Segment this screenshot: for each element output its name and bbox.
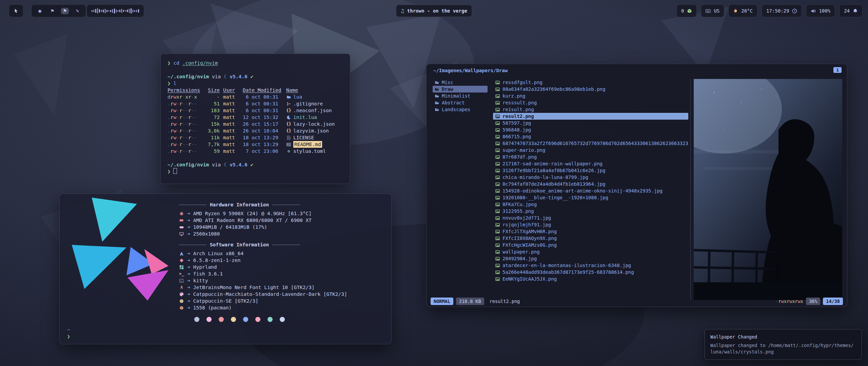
file-manager-window[interactable]: ~/Imagenes/Wallpapers/Draw 1 Misc Draw M… bbox=[426, 64, 847, 307]
file-item[interactable]: resssult.png bbox=[493, 99, 688, 106]
file-item[interactable]: 866715.png bbox=[493, 133, 688, 140]
arrow-icon: ➜ bbox=[187, 285, 190, 290]
file-item[interactable]: EeNKYgIUcAAJ5JX.png bbox=[493, 276, 688, 282]
terminal-input-line[interactable]: ❯ bbox=[167, 168, 343, 175]
file-item[interactable]: 0c794faf07de24a4db4d4fb1eb813964.jpg bbox=[493, 181, 688, 187]
workspace-icon[interactable]: ✎ bbox=[74, 8, 81, 14]
updates-module[interactable]: 0 bbox=[676, 4, 697, 17]
info-text: AMD ATI Radeon RX 6800/6800 XT / 6900 XT bbox=[193, 218, 312, 223]
file-date: 6 oct 00:31 bbox=[243, 107, 283, 114]
workspace-icon[interactable]: ⚑ bbox=[61, 8, 69, 14]
file-item[interactable]: re1sult.png bbox=[493, 106, 688, 113]
temperature-module[interactable]: 26°C bbox=[728, 4, 757, 17]
clock-module[interactable]: 17:50:29 bbox=[762, 4, 802, 17]
file-item[interactable]: rsjqojlmjhf91.jpg bbox=[493, 221, 688, 228]
software-icon bbox=[179, 258, 184, 263]
file-item[interactable]: 08a634fa02a32364f69ebc86a98eb1eb.png bbox=[493, 86, 688, 93]
visualizer-bar bbox=[125, 10, 126, 12]
file-item[interactable]: 5a266e448add93deab367d87173e9f25-6837886… bbox=[493, 269, 688, 276]
file-item[interactable]: 596848.jpg bbox=[493, 126, 688, 133]
media-title: thrown - on the verge bbox=[407, 8, 467, 14]
file-date: 6 oct 00:31 bbox=[243, 94, 283, 100]
file-name: 19201080-__blue-tinge__-1920×1080.jpg bbox=[502, 195, 608, 200]
file-item[interactable]: result2.png bbox=[493, 113, 688, 120]
pane-divider bbox=[690, 79, 691, 299]
file-item[interactable]: atardecer-en-la-montanas-ilustracion-634… bbox=[493, 262, 688, 269]
file-owner: matt bbox=[223, 141, 239, 148]
image-file-icon bbox=[495, 155, 500, 159]
image-file-icon bbox=[495, 87, 500, 92]
file-item[interactable]: FXfcHgcWIAMzs0G.png bbox=[493, 242, 688, 248]
workspace-switcher: ◉ ⚑ ⚑ ✎ bbox=[31, 4, 86, 17]
visualizer-bar bbox=[95, 9, 96, 13]
file-item[interactable]: FXfcII0X0AQyn9X.png bbox=[493, 235, 688, 242]
notification-body: Wallpaper changed to /home/matt/.config/… bbox=[710, 342, 856, 355]
directory-item[interactable]: Abstract bbox=[433, 99, 488, 106]
keyboard-layout-module[interactable]: US bbox=[701, 4, 724, 17]
notification-toast[interactable]: Wallpaper Changed Wallpaper changed to /… bbox=[705, 329, 862, 360]
file-item[interactable]: super-mario.png bbox=[493, 147, 688, 154]
directory-name: Landscapes bbox=[442, 107, 470, 112]
image-file-icon bbox=[495, 270, 500, 274]
file-size: 7,7k bbox=[205, 141, 220, 148]
file-name: 154928-odinokoe_anime-art-anime-okno-sin… bbox=[502, 188, 663, 194]
notifications-module[interactable]: 24 bbox=[839, 4, 863, 17]
directory-item[interactable]: Draw bbox=[433, 86, 488, 93]
fetch-window[interactable]: Hardware Information ➜ AMD Ryzen 9 5900X… bbox=[59, 194, 392, 344]
workspace-icon[interactable]: ◉ bbox=[36, 8, 44, 14]
permissions: .rw-r--r-- bbox=[167, 114, 201, 121]
file-item[interactable]: nnvuv0xj2df71.jpg bbox=[493, 215, 688, 221]
file-size: 183 bbox=[205, 107, 220, 114]
file-item[interactable]: 587597.jpg bbox=[493, 120, 688, 126]
file-item[interactable]: 87r687df.png bbox=[493, 154, 688, 160]
filetype-icon: {} bbox=[286, 122, 291, 126]
image-file-icon bbox=[495, 202, 500, 207]
flame-icon bbox=[733, 8, 738, 14]
info-text: 1558 (pacman) bbox=[193, 305, 232, 310]
file-item[interactable]: FXfcJlTXgAMvH6R.png bbox=[493, 228, 688, 235]
tab-indicator[interactable]: 1 bbox=[833, 67, 842, 73]
file-name: resssult.png bbox=[502, 100, 537, 105]
info-text: 868x366 bbox=[193, 231, 220, 237]
visualizer-bar bbox=[99, 9, 100, 13]
directory-item[interactable]: Misc bbox=[433, 79, 488, 86]
file-item[interactable]: 20492984.jpg bbox=[493, 255, 688, 262]
file-name: 3122955.png bbox=[502, 208, 534, 214]
file-item[interactable]: 3126f7e9bbf21a8a4af0b67b041c6e26.jpg bbox=[493, 167, 688, 174]
file-item[interactable]: 68747470733a2f2f696d616765732d7769786d70… bbox=[493, 140, 688, 147]
file-item[interactable]: chica-mirando-la-luna-8799.jpg bbox=[493, 174, 688, 181]
info-text: AMD Ryzen 9 5900X (24) @ 4.9GHz [61.3°C] bbox=[193, 211, 312, 216]
permissions: .rw-r--r-- bbox=[167, 100, 201, 107]
media-player-module[interactable]: ♫ thrown - on the verge bbox=[396, 4, 472, 17]
notification-title: Wallpaper Changed bbox=[710, 334, 856, 340]
visualizer-bar bbox=[118, 10, 118, 12]
file-item[interactable]: 217167-sad-anime-rain-wallpaper.png bbox=[493, 160, 688, 167]
launcher-module[interactable] bbox=[9, 4, 23, 17]
palette-dot bbox=[231, 317, 236, 322]
selected-file-name: result2.png bbox=[490, 299, 520, 304]
arrow-icon: ➜ bbox=[187, 258, 190, 263]
volume-module[interactable]: 100% bbox=[806, 4, 835, 17]
visualizer-bar bbox=[108, 10, 109, 12]
file-item[interactable]: 8FKa7Cu.jpeg bbox=[493, 201, 688, 208]
terminal-window[interactable]: ❯ cd .config/nvim ~/.config/nvim via ☾ v… bbox=[160, 54, 350, 184]
directory-item[interactable]: Landscapes bbox=[433, 106, 488, 113]
music-note-icon: ♫ bbox=[401, 8, 404, 14]
info-line: ➜ AMD ATI Radeon RX 6800/6800 XT / 6900 … bbox=[179, 217, 389, 224]
file-item[interactable]: 3122955.png bbox=[493, 208, 688, 215]
file-item[interactable]: wallpaper.png bbox=[493, 248, 688, 255]
clock-icon bbox=[792, 8, 797, 14]
file-name: 68747470733a2f2f696d616765732d7769786d70… bbox=[502, 141, 688, 146]
file-item[interactable]: 19201080-__blue-tinge__-1920×1080.jpg bbox=[493, 194, 688, 201]
directory-item[interactable]: Minimalist bbox=[433, 93, 488, 99]
image-file-icon bbox=[495, 148, 500, 152]
workspace-icon[interactable]: ⚑ bbox=[48, 8, 56, 14]
fetch-shell-prompt[interactable]: ~ ❯ bbox=[67, 326, 70, 340]
file-item[interactable]: kurz.png bbox=[493, 93, 688, 99]
file-item[interactable]: 154928-odinokoe_anime-art-anime-okno-sin… bbox=[493, 187, 688, 194]
palette-dot bbox=[243, 317, 248, 322]
info-text: Hyprland bbox=[193, 264, 217, 270]
image-file-icon bbox=[495, 236, 500, 241]
file-item[interactable]: ressdfgult.png bbox=[493, 79, 688, 86]
file-date: 12 oct 15:32 bbox=[243, 114, 283, 121]
